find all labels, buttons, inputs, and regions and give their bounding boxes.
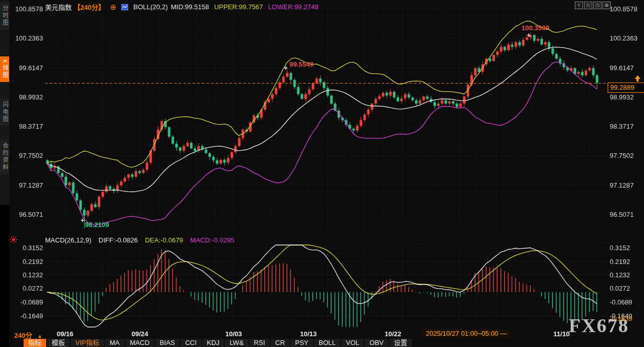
bias-item[interactable]: BIAS	[155, 339, 180, 347]
zoom-out-button[interactable]: ◰	[584, 2, 592, 9]
price-axis-label-right: 99.6147	[610, 64, 634, 71]
high-label-1: 99.5549	[289, 60, 314, 68]
date-tick-11-10: 11/10	[553, 330, 570, 338]
ma-item[interactable]: MA	[105, 339, 124, 347]
add-indicator-icon[interactable]: ⊕	[110, 4, 117, 10]
price-chart-canvas[interactable]	[0, 0, 644, 347]
macd-item[interactable]: MACD	[126, 339, 154, 347]
chart-window: 分时图 K线图 闪电图 合约资料 美元指数【240分】 ⊕ BOLL(20,2)…	[0, 0, 644, 347]
lwr-item[interactable]: LW&	[225, 339, 248, 347]
macd-axis-label-right: 0.3152	[610, 244, 630, 252]
settings-item[interactable]: 设置	[389, 339, 412, 347]
date-tick-09-16: 09/16	[57, 330, 74, 338]
high-label-2: 100.3599	[522, 24, 549, 32]
macd-axis-label-right: 0.1232	[610, 271, 630, 278]
macd-header: MACD(26,12,9) DIFF:-0.0826 DEA:-0.0679 M…	[45, 236, 234, 244]
obv-item[interactable]: OBV	[365, 339, 388, 347]
sidebar-item-lightning-chart[interactable]: 闪电图	[0, 98, 9, 126]
date-tick-10-22: 10/22	[385, 330, 402, 338]
macd-diff-value: DIFF:-0.0826	[98, 236, 138, 244]
rsi-item[interactable]: RSI	[250, 339, 270, 347]
indicator-toolbar: 指标模板VIP指标MAMACDBIASCCIKDJLW&RSICRPSYBOLL…	[24, 339, 412, 347]
price-alert-arrow-icon[interactable]	[634, 75, 641, 84]
template-tab[interactable]: 模板	[47, 339, 70, 347]
high-label-2-cross-marker: +	[527, 31, 531, 39]
date-tick-10-03: 10/03	[225, 330, 242, 338]
macd-axis-label-right: 0.0272	[610, 284, 630, 292]
macd-macd-value: MACD:-0.0295	[190, 236, 234, 244]
boll-item[interactable]: BOLL	[314, 339, 340, 347]
interval-text: 240分	[14, 332, 32, 339]
macd-axis-label-right: -0.0689	[610, 298, 632, 306]
zoom-in-button[interactable]: ◳	[593, 2, 601, 9]
sidebar-item-kline-chart[interactable]: K线图	[0, 56, 9, 82]
price-axis-label-right: 97.1287	[610, 181, 634, 189]
price-axis-label-right: 98.3717	[610, 123, 634, 130]
chart-header: 美元指数【240分】 ⊕ BOLL(20,2) MID:99.5158 UPPE…	[45, 2, 319, 12]
high-label-1-cross-marker: +	[284, 64, 288, 72]
interval-arrow-icon: ▲	[37, 333, 43, 339]
price-axis-label-right: 100.2363	[610, 34, 637, 42]
kdj-item[interactable]: KDJ	[202, 339, 224, 347]
vip-indicator-item[interactable]: VIP指标	[71, 339, 104, 347]
chart-type-icon[interactable]	[121, 4, 128, 10]
macd-title: MACD(26,12,9)	[45, 236, 91, 244]
price-axis-label-right: 96.5071	[610, 211, 634, 218]
export-button[interactable]: ⊞	[603, 2, 611, 9]
date-tick-09-24: 09/24	[132, 330, 149, 338]
chart-control-buttons: ＋◰◳⊞	[575, 2, 611, 9]
boll-label: BOLL(20,2)	[133, 3, 168, 11]
macd-current-value-badge: -0.1839	[610, 315, 632, 322]
price-axis-label-right: 97.7502	[610, 152, 634, 159]
selected-period-badge: 2025/10/27 01:00~05:00 —	[423, 329, 510, 338]
current-price-badge: 99.2889	[608, 83, 644, 93]
left-tab-strip: 分时图 K线图 闪电图 合约资料	[0, 0, 9, 347]
crosshair-button[interactable]: ＋	[575, 2, 583, 9]
sidebar-item-timeshare-chart[interactable]: 分时图	[0, 2, 9, 30]
macd-axis-label-right: 0.2192	[610, 257, 630, 265]
cr-item[interactable]: CR	[271, 339, 289, 347]
date-tick-10-13: 10/13	[300, 330, 317, 338]
sidebar-item-contract-info[interactable]: 合约资料	[0, 139, 9, 174]
vol-item[interactable]: VOL	[341, 339, 364, 347]
low-label: 96.2109	[85, 221, 109, 229]
indicator-tab[interactable]: 指标	[24, 339, 46, 347]
boll-mid-value: MID:99.5158	[171, 3, 209, 11]
low-label-cross-marker: +	[80, 216, 85, 224]
alarm-sun-icon[interactable]	[10, 236, 17, 246]
price-axis-label-right: 100.8578	[610, 5, 637, 13]
cci-item[interactable]: CCI	[180, 339, 201, 347]
boll-lower-value: LOWER:99.2748	[268, 3, 318, 11]
period-label: 【240分】	[74, 2, 105, 12]
psy-item[interactable]: PSY	[290, 339, 313, 347]
macd-dea-value: DEA:-0.0679	[145, 236, 183, 244]
price-axis-label-right: 98.9932	[610, 93, 634, 100]
boll-upper-value: UPPER:99.7567	[214, 3, 263, 11]
symbol-name: 美元指数	[45, 2, 72, 12]
